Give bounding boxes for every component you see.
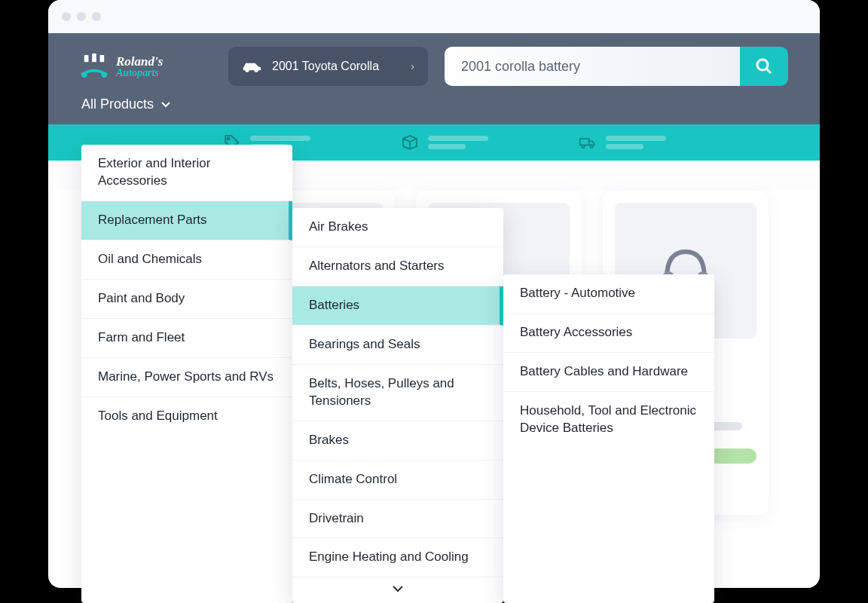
menu-item[interactable]: Brakes <box>292 421 503 461</box>
svg-rect-0 <box>84 55 89 62</box>
all-products-dropdown[interactable]: All Products <box>81 96 170 112</box>
menu-item[interactable]: Bearings and Seals <box>292 326 503 365</box>
svg-point-4 <box>101 72 107 78</box>
site-header: Roland's Autoparts 2001 Toyota Corolla › <box>48 33 820 124</box>
menu-item[interactable]: Farm and Fleet <box>81 319 292 358</box>
svg-point-6 <box>254 69 258 72</box>
menu-item[interactable]: Exterior and Interior Accessories <box>81 145 292 201</box>
menu-item[interactable]: Belts, Hoses, Pulleys and Tensioners <box>292 365 503 421</box>
window-dot <box>62 12 71 21</box>
menu-item[interactable]: Oil and Chemicals <box>81 240 292 280</box>
logo-line1: Roland's <box>116 55 163 68</box>
menu-item[interactable]: Marine, Power Sports and RVs <box>81 358 292 397</box>
wrench-piston-icon <box>80 54 108 79</box>
vehicle-label: 2001 Toyota Corolla <box>272 60 379 73</box>
vehicle-selector[interactable]: 2001 Toyota Corolla › <box>228 47 428 86</box>
chevron-down-icon[interactable] <box>292 577 503 603</box>
nav-row: All Products <box>80 86 788 124</box>
menu-item[interactable]: Battery Accessories <box>503 314 714 353</box>
menu-item[interactable]: Paint and Body <box>81 280 292 319</box>
menu-item[interactable]: Climate Control <box>292 461 503 500</box>
menu-item[interactable]: Air Brakes <box>292 208 503 247</box>
menu-level-2: Air BrakesAlternators and StartersBatter… <box>292 208 503 603</box>
search-input[interactable] <box>445 47 740 86</box>
chevron-down-icon <box>161 102 170 108</box>
titlebar <box>48 0 820 33</box>
logo-line2: Autoparts <box>116 68 163 78</box>
window-dot <box>77 12 86 21</box>
svg-point-5 <box>245 69 249 72</box>
category-mega-menu: Exterior and Interior AccessoriesReplace… <box>81 145 714 603</box>
car-icon <box>242 60 261 72</box>
chevron-right-icon: › <box>411 60 414 72</box>
logo-text: Roland's Autoparts <box>116 55 163 78</box>
menu-item[interactable]: Household, Tool and Electronic Device Ba… <box>503 392 714 448</box>
header-top-row: Roland's Autoparts 2001 Toyota Corolla › <box>80 47 788 86</box>
svg-point-3 <box>81 72 87 78</box>
menu-item[interactable]: Battery Cables and Hardware <box>503 353 714 392</box>
svg-line-8 <box>766 69 771 73</box>
menu-item[interactable]: Drivetrain <box>292 500 503 539</box>
menu-item[interactable]: Replacement Parts <box>81 201 292 240</box>
browser-window: Roland's Autoparts 2001 Toyota Corolla › <box>48 0 820 588</box>
menu-item[interactable]: Tools and Equipment <box>81 397 292 436</box>
search-button[interactable] <box>740 47 788 86</box>
search-bar <box>445 47 788 86</box>
window-dot <box>92 12 101 21</box>
search-icon <box>755 57 773 75</box>
menu-level-1: Exterior and Interior AccessoriesReplace… <box>81 145 292 603</box>
menu-item[interactable]: Alternators and Starters <box>292 247 503 286</box>
menu-item[interactable]: Battery - Automotive <box>503 274 714 314</box>
svg-rect-1 <box>92 54 96 62</box>
svg-point-7 <box>757 60 768 70</box>
svg-rect-2 <box>100 55 105 62</box>
logo[interactable]: Roland's Autoparts <box>80 54 212 79</box>
svg-point-9 <box>228 138 230 140</box>
all-products-label: All Products <box>81 96 154 112</box>
menu-item[interactable]: Engine Heating and Cooling <box>292 538 503 577</box>
menu-item[interactable]: Batteries <box>292 286 503 326</box>
menu-level-3: Battery - AutomotiveBattery AccessoriesB… <box>503 274 714 603</box>
